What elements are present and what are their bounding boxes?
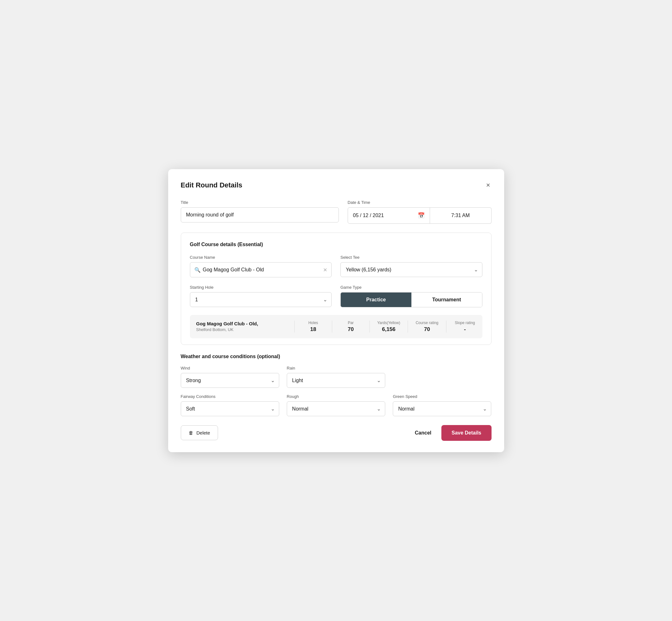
green-speed-wrapper: Slow Normal Fast ⌄ xyxy=(393,401,491,416)
conditions-title: Weather and course conditions (optional) xyxy=(181,354,492,360)
starting-hole-group: Starting Hole 1 2 10 ⌄ xyxy=(190,285,332,307)
modal-header: Edit Round Details × xyxy=(181,180,492,190)
course-search-wrapper: 🔍 ✕ xyxy=(190,262,332,277)
course-name-label: Course Name xyxy=(190,255,332,260)
date-group: Date & Time 05 / 12 / 2021 📅 7:31 AM xyxy=(348,200,492,224)
select-tee-group: Select Tee Yellow (6,156 yards) White Re… xyxy=(340,255,482,277)
golf-course-title: Golf Course details (Essential) xyxy=(190,242,482,247)
delete-button[interactable]: 🗑 Delete xyxy=(181,425,218,440)
game-type-toggle: Practice Tournament xyxy=(340,292,482,307)
course-rating-label: Course rating xyxy=(416,321,438,325)
course-info-name-text: Gog Magog Golf Club - Old, xyxy=(196,321,287,326)
rain-wrapper: None Light Moderate Heavy ⌄ xyxy=(287,373,385,388)
course-rating-value: 70 xyxy=(424,326,430,333)
rain-label: Rain xyxy=(287,366,385,370)
select-tee-wrapper: Yellow (6,156 yards) White Red ⌄ xyxy=(340,262,482,277)
time-field[interactable]: 7:31 AM xyxy=(430,207,492,224)
course-info-name: Gog Magog Golf Club - Old, Shelford Bott… xyxy=(196,321,287,332)
rough-wrapper: Soft Normal Hard ⌄ xyxy=(287,401,385,416)
yards-label: Yards(Yellow) xyxy=(377,321,401,325)
date-field[interactable]: 05 / 12 / 2021 📅 xyxy=(348,207,430,224)
par-value: 70 xyxy=(348,326,354,333)
green-speed-group: Green Speed Slow Normal Fast ⌄ xyxy=(393,394,491,416)
yards-value: 6,156 xyxy=(382,326,395,333)
holes-value: 18 xyxy=(310,326,316,333)
stat-course-rating: Course rating 70 xyxy=(416,321,438,333)
slope-rating-label: Slope rating xyxy=(455,321,475,325)
wind-wrapper: None Light Moderate Strong ⌄ xyxy=(181,373,279,388)
hole-gametype-row: Starting Hole 1 2 10 ⌄ Game Type Practic… xyxy=(190,285,482,307)
course-tee-row: Course Name 🔍 ✕ Select Tee Yellow (6,156… xyxy=(190,255,482,277)
rain-dropdown[interactable]: None Light Moderate Heavy xyxy=(287,373,385,388)
fairway-group: Fairway Conditions Soft Normal Hard ⌄ xyxy=(181,394,279,416)
trash-icon: 🗑 xyxy=(189,430,194,436)
starting-hole-dropdown[interactable]: 1 2 10 xyxy=(190,292,332,307)
title-input[interactable] xyxy=(181,207,339,222)
footer-row: 🗑 Delete Cancel Save Details xyxy=(181,425,492,441)
golf-course-section: Golf Course details (Essential) Course N… xyxy=(181,233,492,345)
divider-1 xyxy=(294,321,295,333)
save-button[interactable]: Save Details xyxy=(442,425,491,441)
footer-right: Cancel Save Details xyxy=(412,425,492,441)
divider-5 xyxy=(446,321,447,333)
stat-yards: Yards(Yellow) 6,156 xyxy=(377,321,401,333)
wind-dropdown[interactable]: None Light Moderate Strong xyxy=(181,373,279,388)
starting-hole-label: Starting Hole xyxy=(190,285,332,290)
par-label: Par xyxy=(348,321,354,325)
modal-title: Edit Round Details xyxy=(181,181,243,189)
rough-group: Rough Soft Normal Hard ⌄ xyxy=(287,394,385,416)
practice-button[interactable]: Practice xyxy=(341,292,411,307)
game-type-group: Game Type Practice Tournament xyxy=(340,285,482,307)
cancel-button[interactable]: Cancel xyxy=(412,426,434,440)
course-name-group: Course Name 🔍 ✕ xyxy=(190,255,332,277)
fairway-rough-green-row: Fairway Conditions Soft Normal Hard ⌄ Ro… xyxy=(181,394,492,416)
conditions-section: Weather and course conditions (optional)… xyxy=(181,354,492,416)
stat-slope-rating: Slope rating - xyxy=(454,321,476,333)
stat-par: Par 70 xyxy=(340,321,362,333)
starting-hole-wrapper: 1 2 10 ⌄ xyxy=(190,292,332,307)
search-icon: 🔍 xyxy=(194,266,201,273)
wind-label: Wind xyxy=(181,366,279,370)
game-type-label: Game Type xyxy=(340,285,482,290)
fairway-wrapper: Soft Normal Hard ⌄ xyxy=(181,401,279,416)
tournament-button[interactable]: Tournament xyxy=(411,292,482,307)
fairway-label: Fairway Conditions xyxy=(181,394,279,399)
wind-group: Wind None Light Moderate Strong ⌄ xyxy=(181,366,279,388)
slope-rating-value: - xyxy=(464,326,466,333)
stat-holes: Holes 18 xyxy=(302,321,324,333)
divider-2 xyxy=(332,321,332,333)
title-group: Title xyxy=(181,200,339,224)
select-tee-dropdown[interactable]: Yellow (6,156 yards) White Red xyxy=(340,262,482,277)
clear-icon[interactable]: ✕ xyxy=(323,266,327,273)
date-time-label: Date & Time xyxy=(348,200,492,205)
title-datetime-row: Title Date & Time 05 / 12 / 2021 📅 7:31 … xyxy=(181,200,492,224)
course-info-location: Shelford Bottom, UK xyxy=(196,327,287,332)
holes-label: Holes xyxy=(308,321,318,325)
rain-group: Rain None Light Moderate Heavy ⌄ xyxy=(287,366,385,388)
date-value: 05 / 12 / 2021 xyxy=(353,213,384,218)
rough-dropdown[interactable]: Soft Normal Hard xyxy=(287,401,385,416)
wind-rain-row: Wind None Light Moderate Strong ⌄ Rain N… xyxy=(181,366,492,388)
fairway-dropdown[interactable]: Soft Normal Hard xyxy=(181,401,279,416)
delete-label: Delete xyxy=(197,430,210,436)
rough-label: Rough xyxy=(287,394,385,399)
green-speed-label: Green Speed xyxy=(393,394,491,399)
course-info-row: Gog Magog Golf Club - Old, Shelford Bott… xyxy=(190,315,482,338)
select-tee-label: Select Tee xyxy=(340,255,482,260)
green-speed-dropdown[interactable]: Slow Normal Fast xyxy=(393,401,491,416)
date-time-row: 05 / 12 / 2021 📅 7:31 AM xyxy=(348,207,492,224)
time-value: 7:31 AM xyxy=(451,213,470,218)
title-label: Title xyxy=(181,200,339,205)
divider-4 xyxy=(408,321,408,333)
close-button[interactable]: × xyxy=(485,180,492,190)
course-name-input[interactable] xyxy=(190,262,332,277)
edit-round-modal: Edit Round Details × Title Date & Time 0… xyxy=(168,169,504,452)
calendar-icon: 📅 xyxy=(418,212,425,219)
